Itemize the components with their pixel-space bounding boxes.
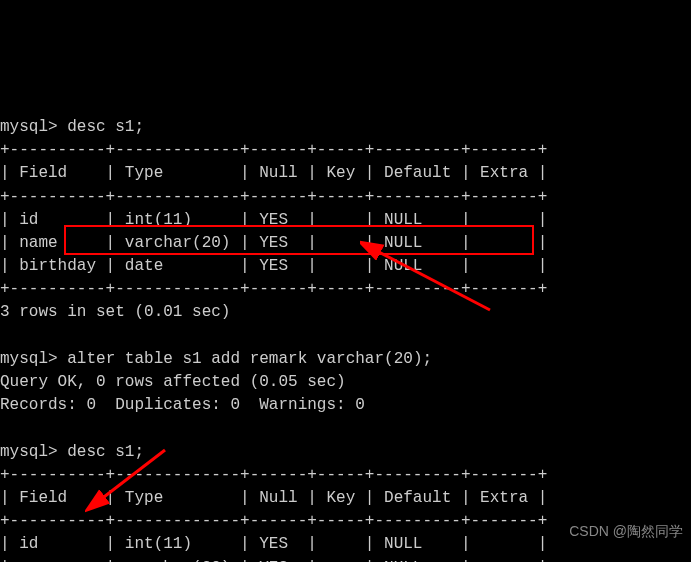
prompt: mysql> (0, 350, 67, 368)
query-ok: Query OK, 0 rows affected (0.05 sec) (0, 373, 346, 391)
command: desc s1; (67, 443, 144, 461)
records-summary: Records: 0 Duplicates: 0 Warnings: 0 (0, 396, 365, 414)
table-row: | id | int(11) | YES | | NULL | | (0, 535, 547, 553)
table-border: +----------+-------------+------+-----+-… (0, 141, 547, 159)
command: desc s1; (67, 118, 144, 136)
terminal-output: mysql> desc s1; +----------+------------… (0, 93, 691, 562)
table-row: | name | varchar(20) | YES | | NULL | | (0, 559, 547, 563)
table-row: | id | int(11) | YES | | NULL | | (0, 211, 547, 229)
table-header: | Field | Type | Null | Key | Default | … (0, 164, 547, 182)
command-alter: alter table s1 add remark varchar(20); (67, 350, 432, 368)
table-row: | birthday | date | YES | | NULL | | (0, 257, 547, 275)
table-row: | name | varchar(20) | YES | | NULL | | (0, 234, 547, 252)
table-header: | Field | Type | Null | Key | Default | … (0, 489, 547, 507)
table-border: +----------+-------------+------+-----+-… (0, 466, 547, 484)
prompt-line-1[interactable]: mysql> desc s1; (0, 118, 144, 136)
blank-line (0, 327, 10, 345)
result-summary: 3 rows in set (0.01 sec) (0, 303, 230, 321)
prompt-line-2[interactable]: mysql> alter table s1 add remark varchar… (0, 350, 432, 368)
blank-line (0, 419, 10, 437)
prompt-line-3[interactable]: mysql> desc s1; (0, 443, 144, 461)
watermark: CSDN @陶然同学 (569, 521, 683, 541)
table-border: +----------+-------------+------+-----+-… (0, 188, 547, 206)
prompt: mysql> (0, 443, 67, 461)
table-border: +----------+-------------+------+-----+-… (0, 512, 547, 530)
prompt: mysql> (0, 118, 67, 136)
table-border: +----------+-------------+------+-----+-… (0, 280, 547, 298)
